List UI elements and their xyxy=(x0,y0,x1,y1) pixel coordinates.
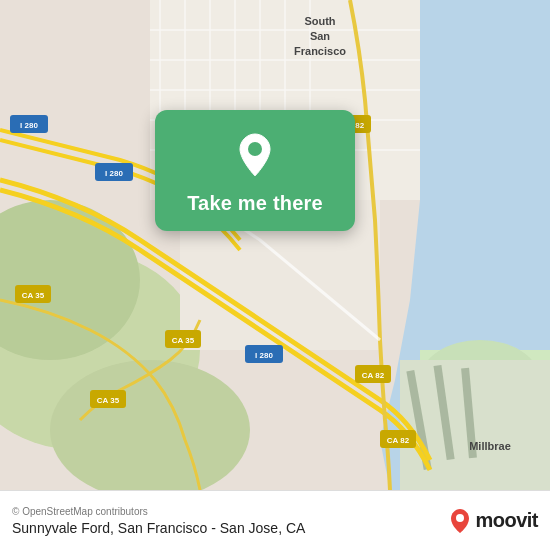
svg-text:I 280: I 280 xyxy=(105,169,123,178)
svg-text:South: South xyxy=(304,15,335,27)
location-pin-icon xyxy=(230,130,280,180)
svg-text:CA 35: CA 35 xyxy=(97,396,120,405)
svg-point-48 xyxy=(456,514,464,522)
svg-text:Francisco: Francisco xyxy=(294,45,346,57)
bottom-info: © OpenStreetMap contributors Sunnyvale F… xyxy=(12,506,449,536)
take-me-label: Take me there xyxy=(187,192,323,215)
moovit-pin-icon xyxy=(449,507,471,535)
svg-point-47 xyxy=(248,142,262,156)
svg-text:San: San xyxy=(310,30,330,42)
bottom-bar: © OpenStreetMap contributors Sunnyvale F… xyxy=(0,490,550,550)
moovit-logo: moovit xyxy=(449,507,538,535)
svg-text:I 280: I 280 xyxy=(20,121,38,130)
svg-text:Millbrae: Millbrae xyxy=(469,440,511,452)
take-me-button[interactable]: Take me there xyxy=(155,110,355,231)
location-name: Sunnyvale Ford, San Francisco - San Jose… xyxy=(12,520,449,536)
svg-text:CA 35: CA 35 xyxy=(22,291,45,300)
svg-text:CA 82: CA 82 xyxy=(387,436,410,445)
copyright-text: © OpenStreetMap contributors xyxy=(12,506,449,517)
svg-text:CA 35: CA 35 xyxy=(172,336,195,345)
svg-text:CA 82: CA 82 xyxy=(362,371,385,380)
moovit-logo-text: moovit xyxy=(475,509,538,532)
map-container: I 280 I 280 I 280 CA 82 CA 82 CA 82 CA 3… xyxy=(0,0,550,490)
svg-text:I 280: I 280 xyxy=(255,351,273,360)
